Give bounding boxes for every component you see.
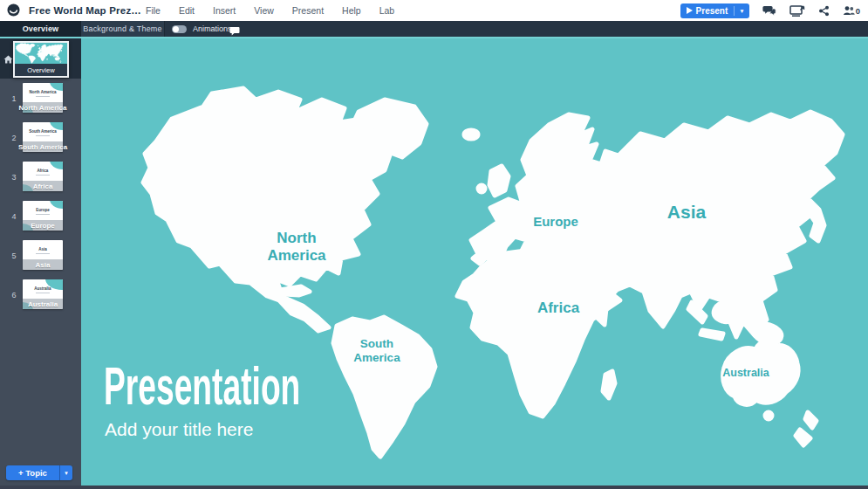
map-label-south-america[interactable]: South America bbox=[353, 337, 400, 364]
slide-label-text: South America bbox=[18, 143, 67, 151]
play-icon bbox=[687, 7, 693, 14]
thumb-mini-subtitle-line bbox=[36, 214, 50, 215]
slide-label-text: Europe bbox=[31, 222, 55, 230]
menu-file[interactable]: File bbox=[146, 5, 161, 16]
slide-label-text: North America bbox=[19, 104, 67, 112]
thumb-mini-subtitle-line bbox=[36, 96, 50, 97]
menu-edit[interactable]: Edit bbox=[179, 5, 195, 16]
overview-thumbnail-label: Overview bbox=[15, 64, 67, 76]
overview-thumbnail[interactable]: Overview bbox=[13, 41, 69, 78]
slide-number: 2 bbox=[9, 134, 19, 142]
slide-row: 2 South America South America bbox=[0, 122, 81, 154]
slide-number: 1 bbox=[9, 94, 19, 103]
menu-bar: File Edit Insert View Present Help Lab bbox=[146, 0, 394, 21]
slide-row: 4 Europe Europe bbox=[0, 201, 81, 232]
thumb-mini-title: North America bbox=[23, 90, 63, 94]
presentation-canvas[interactable]: North America Europe Asia Africa South A… bbox=[81, 38, 868, 486]
slide-row: 1 North America North America bbox=[0, 83, 81, 114]
menu-view[interactable]: View bbox=[254, 5, 274, 16]
slide-label-band: Africa bbox=[23, 181, 63, 191]
topbar-actions: Present ▼ bbox=[680, 0, 860, 21]
map-label-australia[interactable]: Australia bbox=[722, 367, 769, 379]
slide-number: 6 bbox=[9, 291, 19, 300]
present-button[interactable]: Present ▼ bbox=[680, 3, 749, 18]
tab-background-theme[interactable]: Background & Theme bbox=[81, 21, 165, 37]
add-topic-label: + Topic bbox=[6, 465, 59, 480]
thumb-mini-subtitle-line bbox=[36, 253, 50, 254]
overview-section: Overview bbox=[0, 38, 81, 79]
people-icon bbox=[843, 5, 855, 16]
map-label-asia[interactable]: Asia bbox=[667, 202, 706, 223]
menu-insert[interactable]: Insert bbox=[213, 5, 236, 16]
slide-label-band: South America bbox=[23, 141, 63, 152]
sidebar: Overview 1 North America North America 2… bbox=[0, 38, 81, 486]
present-button-label: Present bbox=[696, 6, 728, 16]
present-dropdown-caret[interactable]: ▼ bbox=[734, 6, 748, 16]
document-title[interactable]: Free World Map Prez… bbox=[29, 0, 141, 21]
slide-number: 4 bbox=[9, 212, 19, 221]
slide-label-text: Australia bbox=[28, 300, 58, 308]
slide-row: 6 Australia Australia bbox=[0, 279, 81, 311]
slide-number: 3 bbox=[9, 173, 19, 182]
animations-toggle[interactable] bbox=[172, 25, 187, 33]
comments-icon[interactable] bbox=[762, 5, 776, 17]
tab-bar: Overview Background & Theme Animations bbox=[0, 21, 868, 37]
bottom-edge-bar bbox=[0, 486, 868, 489]
slide-row: 5 Asia Asia bbox=[0, 240, 81, 272]
slide-label-text: Africa bbox=[33, 183, 53, 190]
prezi-logo-icon[interactable] bbox=[7, 3, 20, 17]
slide-label-band: Australia bbox=[23, 299, 63, 309]
tab-overview[interactable]: Overview bbox=[0, 21, 81, 37]
collaborators-count: 0 bbox=[856, 6, 860, 16]
thumb-mini-title: Australia bbox=[23, 286, 63, 291]
thumb-mini-subtitle-line bbox=[36, 135, 50, 136]
thumb-mini-title: Asia bbox=[23, 247, 63, 251]
menu-help[interactable]: Help bbox=[342, 5, 361, 16]
thumb-mini-title: South America bbox=[23, 129, 63, 134]
add-topic-dropdown-caret[interactable]: ▼ bbox=[59, 465, 72, 480]
overview-thumbnail-map bbox=[15, 43, 67, 64]
add-topic-button[interactable]: + Topic ▼ bbox=[6, 465, 72, 480]
slide-number: 5 bbox=[9, 251, 19, 260]
presentation-title[interactable]: Presentation bbox=[104, 359, 300, 413]
canvas-top-highlight bbox=[0, 37, 868, 38]
thumb-mini-subtitle-line bbox=[36, 293, 50, 293]
map-label-europe[interactable]: Europe bbox=[533, 214, 578, 229]
thumb-mini-subtitle-line bbox=[36, 175, 50, 176]
slide-label-band: Asia bbox=[23, 259, 63, 270]
toggle-knob bbox=[173, 26, 179, 32]
presentation-subtitle[interactable]: Add your title here bbox=[105, 419, 253, 440]
menu-lab[interactable]: Lab bbox=[379, 5, 395, 16]
animations-label: Animations bbox=[193, 24, 232, 33]
share-icon[interactable] bbox=[818, 5, 830, 17]
slide-label-text: Asia bbox=[36, 261, 51, 269]
thumb-mini-title: Africa bbox=[23, 169, 63, 173]
thumb-mini-title: Europe bbox=[23, 208, 63, 212]
slide-list: 1 North America North America 2 South Am… bbox=[0, 79, 81, 445]
top-bar: Free World Map Prez… File Edit Insert Vi… bbox=[0, 0, 868, 21]
map-label-north-america[interactable]: North America bbox=[267, 230, 325, 264]
slide-label-band: North America bbox=[23, 102, 63, 113]
slide-label-band: Europe bbox=[23, 220, 63, 231]
animations-control: Animations bbox=[172, 21, 232, 37]
map-label-africa[interactable]: Africa bbox=[537, 300, 579, 317]
slide-row: 3 Africa Africa bbox=[0, 162, 81, 193]
collaborators-button[interactable]: 0 bbox=[843, 5, 860, 16]
menu-present[interactable]: Present bbox=[292, 5, 324, 16]
present-remotely-icon[interactable] bbox=[789, 5, 805, 17]
home-icon[interactable] bbox=[3, 52, 13, 67]
